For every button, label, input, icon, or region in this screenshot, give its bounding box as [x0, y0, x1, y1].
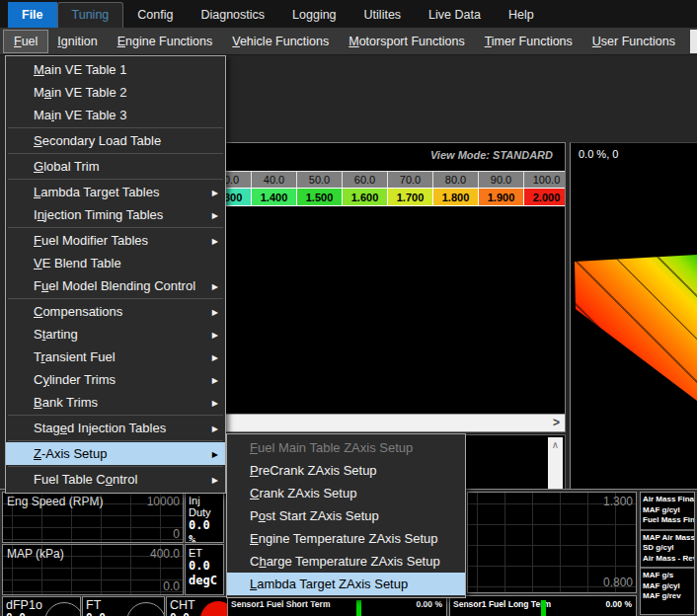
tab-file[interactable]: File — [8, 2, 57, 28]
submenu-arrow-icon: ▶ — [212, 204, 218, 227]
menu-item-crank-zaxis-setup[interactable]: Crank ZAxis Setup — [227, 482, 465, 504]
submenu-arrow-icon: ▶ — [212, 369, 218, 392]
menu-item-global-trim[interactable]: Global Trim — [6, 155, 225, 178]
menubar-item-timer-functions[interactable]: Timer Functions — [475, 31, 582, 52]
signal-group: Air Mass Final - F MAF g/cyl Fuel Mass F… — [641, 493, 694, 531]
menubar-item-user-functions[interactable]: User Functions — [582, 31, 685, 52]
menu-item-injection-timing-tables[interactable]: Injection Timing Tables▶ — [6, 203, 225, 226]
tab-utilites[interactable]: Utilites — [350, 2, 416, 28]
inj-duty-unit: % — [189, 533, 223, 543]
menubar-item-engine-functions[interactable]: Engine Functions — [108, 31, 223, 52]
menu-item-bank-trims[interactable]: Bank Trims▶ — [6, 391, 225, 414]
menu-item-main-ve-table-1[interactable]: Main VE Table 1 — [6, 58, 225, 81]
eng-speed-min: 0 — [173, 527, 180, 541]
menu-item-precrank-zaxis-setup[interactable]: PreCrank ZAxis Setup — [227, 459, 465, 482]
submenu-arrow-icon: ▶ — [212, 443, 218, 466]
menu-item-z-axis-setup[interactable]: Z-Axis Setup▶ — [6, 442, 225, 465]
signal-item[interactable]: MAF g/cyl — [643, 581, 694, 592]
tab-help[interactable]: Help — [495, 2, 548, 28]
table-value-cell[interactable]: 1.700 — [388, 188, 433, 206]
lambda-min: 0.800 — [603, 576, 633, 589]
tab-logging[interactable]: Logging — [278, 2, 350, 28]
menu-item-fuel-table-control[interactable]: Fuel Table Control▶ — [6, 468, 225, 491]
signal-list: Air Mass Final - F MAF g/cyl Fuel Mass F… — [640, 492, 695, 615]
menu-item-ve-blend-table[interactable]: VE Blend Table — [6, 252, 225, 274]
tab-config[interactable]: Config — [123, 2, 187, 28]
lambda-graph: 1.300 0.800 — [467, 492, 637, 593]
map-label: MAP (kPa) — [7, 547, 64, 561]
table-value-cell[interactable]: 1.900 — [479, 188, 524, 206]
menu-separator — [8, 227, 223, 228]
signal-item[interactable]: SD g/cyl — [643, 543, 694, 554]
table-column-header[interactable]: 100.0 — [524, 171, 566, 188]
menu-item-charge-temperature-zaxis-setup[interactable]: Charge Temperature ZAxis Setup — [227, 550, 465, 573]
menu-item-transient-fuel[interactable]: Transient Fuel▶ — [6, 346, 225, 368]
tab-diagnostics[interactable]: Diagnostics — [187, 2, 278, 28]
menu-item-fuel-modifier-tables[interactable]: Fuel Modifier Tables▶ — [6, 229, 225, 252]
menu-item-post-start-zaxis-setup[interactable]: Post Start ZAxis Setup — [227, 504, 465, 527]
table-column-header[interactable]: 80.0 — [433, 171, 479, 188]
inj-duty-readout: Inj Duty 0.0 % — [185, 492, 224, 543]
table-column-header[interactable]: 50.0 — [297, 171, 343, 188]
signal-item[interactable]: Air Mass Final - F — [643, 495, 694, 505]
menu-item-cylinder-trims[interactable]: Cylinder Trims▶ — [6, 368, 225, 391]
menubar-item-fuel[interactable]: Fuel — [4, 31, 47, 52]
inj-duty-value: 0.0 — [189, 518, 223, 533]
ft-value: 0.0 — [86, 611, 106, 616]
table-value-cell[interactable]: 1.300 — [225, 188, 252, 206]
menubar-item-motorsport-functions[interactable]: Motorsport Functions — [339, 31, 474, 52]
et-unit: degC — [189, 574, 223, 588]
tab-live-data[interactable]: Live Data — [415, 2, 495, 28]
menu-item-fuel-model-blending-control[interactable]: Fuel Model Blending Control▶ — [6, 274, 225, 297]
sensor-long-term-panel: Sensor1 Fuel Long Term 0.00 % — [449, 595, 637, 616]
horizontal-scrollbar[interactable]: > — [226, 414, 565, 431]
sensor-short-term-label: Sensor1 Fuel Short Term — [231, 599, 330, 609]
menu-item-main-ve-table-3[interactable]: Main VE Table 3 — [6, 104, 225, 126]
scroll-up-icon[interactable]: ∧ — [548, 437, 563, 452]
menubar-item-ignition[interactable]: Ignition — [47, 31, 107, 52]
signal-group: MAP Air Mass (g SD g/cyl Air Mass - Rev … — [641, 531, 694, 570]
menu-item-main-ve-table-2[interactable]: Main VE Table 2 — [6, 81, 225, 104]
submenu-arrow-icon: ▶ — [212, 301, 218, 324]
table-value-cell[interactable]: 1.800 — [433, 188, 479, 206]
menu-separator — [8, 153, 223, 154]
signal-item[interactable]: Fuel Mass Final (g — [643, 515, 694, 526]
menu-item-lambda-target-zaxis-setup[interactable]: Lambda Target ZAxis Setup — [227, 573, 465, 595]
table-value-cell[interactable]: 2.000 — [524, 188, 566, 206]
menu-item-secondary-load-table[interactable]: Secondary Load Table — [6, 129, 225, 152]
menu-item-starting[interactable]: Starting▶ — [6, 323, 225, 346]
signal-item[interactable]: MAF g/s — [643, 571, 694, 581]
eng-speed-max: 10000 — [147, 495, 180, 508]
submenu-arrow-icon: ▶ — [212, 230, 218, 253]
sensor-long-term-label: Sensor1 Fuel Long Term — [453, 599, 551, 609]
table-column-header[interactable]: 90.0 — [479, 171, 524, 188]
table-column-header[interactable]: 30.0 — [225, 171, 252, 188]
signal-item[interactable]: MAF g/rev — [643, 591, 694, 602]
sensor-long-term-bar — [541, 600, 546, 616]
map-max: 400.0 — [150, 547, 180, 561]
scroll-right-icon[interactable]: > — [548, 415, 565, 430]
table-value-cell[interactable]: 1.600 — [343, 188, 388, 206]
menu-item-lambda-target-tables[interactable]: Lambda Target Tables▶ — [6, 181, 225, 203]
menu-separator — [8, 298, 223, 299]
menu-item-staged-injection-tables[interactable]: Staged Injection Tables▶ — [6, 417, 225, 439]
tab-tuning[interactable]: Tuning — [57, 2, 124, 28]
menubar-item-vehicle-functions[interactable]: Vehicle Functions — [222, 31, 339, 52]
menu-item-engine-temperature-zaxis-setup[interactable]: Engine Temperature ZAxis Setup — [227, 527, 465, 550]
cht-value: 0.0 — [170, 611, 190, 616]
table-column-header[interactable]: 60.0 — [343, 171, 388, 188]
signal-item[interactable]: Air Mass - Rev (S — [643, 554, 694, 565]
sensor-long-term-value: 0.00 % — [606, 599, 632, 609]
table-column-header[interactable]: 70.0 — [388, 171, 433, 188]
surface-readout: 0.0 %, 0 — [579, 148, 618, 160]
table-column-header[interactable]: 40.0 — [252, 171, 297, 188]
sensor-short-term-bar — [356, 600, 361, 616]
app-window: FileTuningConfigDiagnosticsLoggingUtilit… — [0, 0, 697, 616]
signal-item[interactable]: MAF g/cyl — [643, 505, 694, 516]
signal-item[interactable]: MAP Air Mass (g — [643, 533, 694, 544]
menu-item-compensations[interactable]: Compensations▶ — [6, 300, 225, 323]
table-value-cell[interactable]: 1.400 — [252, 188, 297, 206]
menu-item-fuel-main-table-zaxis-setup[interactable]: Fuel Main Table ZAxis Setup — [227, 436, 465, 459]
table-value-cell[interactable]: 1.500 — [297, 188, 343, 206]
submenu-arrow-icon: ▶ — [212, 418, 218, 440]
